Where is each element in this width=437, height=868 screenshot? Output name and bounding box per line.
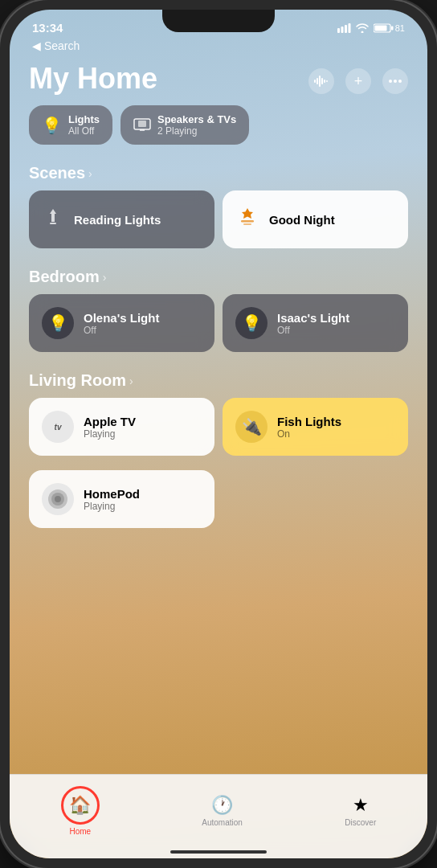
wifi-icon: [356, 23, 369, 33]
living-room-chevron-icon: ›: [129, 375, 133, 387]
lights-tile-subtitle: All Off: [68, 125, 100, 137]
waveform-button[interactable]: [308, 68, 334, 94]
isaacs-light-info: Isaac's Light Off: [277, 311, 349, 336]
lights-tile-text: Lights All Off: [68, 113, 100, 137]
phone-screen: 13:34: [10, 10, 427, 858]
homepod-info: HomePod Playing: [84, 487, 140, 512]
fish-lights-icon-circle: 🔌: [235, 411, 268, 443]
reading-lights-card[interactable]: Reading Lights: [29, 190, 214, 248]
good-night-card[interactable]: Good Night: [223, 190, 408, 248]
notch: [162, 10, 275, 32]
svg-rect-3: [348, 23, 350, 33]
search-back-button[interactable]: ◀ Search: [32, 39, 405, 52]
reading-lights-label: Reading Lights: [74, 213, 161, 227]
home-tab-label: Home: [69, 827, 91, 836]
app-header: My Home +: [10, 59, 427, 105]
svg-rect-5: [391, 26, 394, 30]
discover-tab-icon: ★: [353, 795, 369, 816]
more-icon: [389, 80, 402, 83]
svg-rect-10: [321, 78, 323, 84]
svg-rect-21: [243, 223, 251, 225]
add-button[interactable]: +: [345, 68, 371, 94]
apple-tv-icon-circle: tv: [42, 411, 74, 443]
quick-tiles: 💡 Lights All Off Speakers & TVs 2 Playi: [10, 105, 427, 158]
home-tab-ring: 🏠: [61, 786, 100, 825]
header-actions: +: [308, 62, 408, 94]
tab-bar: 🏠 Home 🕐 Automation ★ Discover: [10, 774, 427, 858]
svg-rect-8: [317, 78, 318, 84]
svg-rect-17: [138, 121, 146, 127]
svg-point-24: [55, 496, 61, 502]
discover-tab-label: Discover: [345, 818, 376, 827]
more-button[interactable]: [382, 68, 408, 94]
isaacs-light-status: Off: [277, 325, 349, 336]
speakers-tile[interactable]: Speakers & TVs 2 Playing: [120, 105, 249, 145]
add-icon: +: [354, 74, 363, 88]
home-indicator: [170, 850, 267, 854]
waveform-icon: [314, 76, 329, 87]
svg-rect-0: [337, 28, 340, 33]
bedroom-section-header[interactable]: Bedroom ›: [10, 261, 427, 294]
fish-lights-card[interactable]: 🔌 Fish Lights On: [223, 398, 408, 456]
isaacs-light-icon-circle: 💡: [235, 307, 268, 339]
scenes-section-header[interactable]: Scenes ›: [10, 158, 427, 190]
olenas-light-icon-circle: 💡: [42, 307, 74, 339]
battery-level: 81: [395, 23, 405, 33]
search-back-bar[interactable]: ◀ Search: [10, 38, 427, 59]
olenas-light-card[interactable]: 💡 Olena's Light Off: [29, 294, 214, 352]
bedroom-section-title: Bedroom: [29, 268, 100, 286]
page-title: My Home: [29, 62, 157, 96]
automation-tab-icon: 🕐: [211, 795, 233, 816]
tv-icon: [133, 116, 151, 132]
lights-tile-icon: 💡: [42, 116, 62, 135]
svg-point-14: [394, 80, 397, 83]
isaacs-light-name: Isaac's Light: [277, 311, 349, 325]
homepod-status: Playing: [84, 501, 140, 512]
olenas-light-info: Olena's Light Off: [84, 311, 159, 336]
apple-tv-status: Playing: [84, 428, 136, 440]
isaacs-light-card[interactable]: 💡 Isaac's Light Off: [223, 294, 408, 352]
svg-rect-19: [50, 223, 56, 224]
olenas-light-icon: 💡: [48, 313, 68, 333]
svg-rect-9: [319, 76, 321, 87]
speakers-tile-text: Speakers & TVs 2 Playing: [157, 113, 236, 137]
tab-automation[interactable]: 🕐 Automation: [186, 792, 259, 830]
olenas-light-status: Off: [84, 325, 159, 336]
homepod-row: HomePod Playing: [10, 462, 427, 592]
svg-rect-2: [345, 25, 347, 33]
status-time: 13:34: [32, 21, 63, 35]
living-room-grid: tv Apple TV Playing 🔌 Fish Lights On: [10, 398, 427, 462]
lights-tile[interactable]: 💡 Lights All Off: [29, 105, 112, 145]
scenes-section-title: Scenes: [29, 164, 85, 182]
fish-lights-status: On: [277, 428, 341, 440]
signal-icon: [337, 23, 351, 33]
automation-tab-label: Automation: [202, 818, 243, 827]
svg-rect-11: [324, 80, 325, 83]
scenes-grid: Reading Lights Good Night: [10, 190, 427, 255]
tab-home[interactable]: 🏠 Home: [45, 783, 116, 839]
speakers-tile-icon: [133, 116, 151, 135]
svg-rect-20: [241, 220, 254, 223]
good-night-label: Good Night: [269, 213, 335, 227]
bedroom-grid: 💡 Olena's Light Off 💡 Isaac's Light Off: [10, 294, 427, 358]
fish-lights-info: Fish Lights On: [277, 415, 341, 440]
apple-tv-info: Apple TV Playing: [84, 415, 136, 440]
bedroom-chevron-icon: ›: [103, 271, 107, 284]
status-icons: 81: [337, 23, 405, 33]
lights-tile-title: Lights: [68, 113, 100, 125]
apple-tv-name: Apple TV: [84, 415, 136, 428]
living-room-section-header[interactable]: Living Room ›: [10, 365, 427, 398]
apple-tv-card[interactable]: tv Apple TV Playing: [29, 398, 214, 456]
svg-rect-1: [341, 27, 343, 33]
homepod-icon-circle: [42, 483, 74, 515]
fish-lights-icon: 🔌: [242, 417, 262, 436]
tab-discover[interactable]: ★ Discover: [329, 792, 392, 830]
apple-tv-icon: tv: [55, 423, 62, 432]
homepod-icon: [47, 488, 69, 510]
speakers-tile-subtitle: 2 Playing: [157, 125, 236, 137]
svg-rect-6: [374, 25, 386, 31]
isaacs-light-icon: 💡: [242, 313, 262, 333]
homepod-card[interactable]: HomePod Playing: [29, 470, 214, 528]
svg-rect-7: [314, 80, 316, 83]
speakers-tile-title: Speakers & TVs: [157, 113, 236, 125]
